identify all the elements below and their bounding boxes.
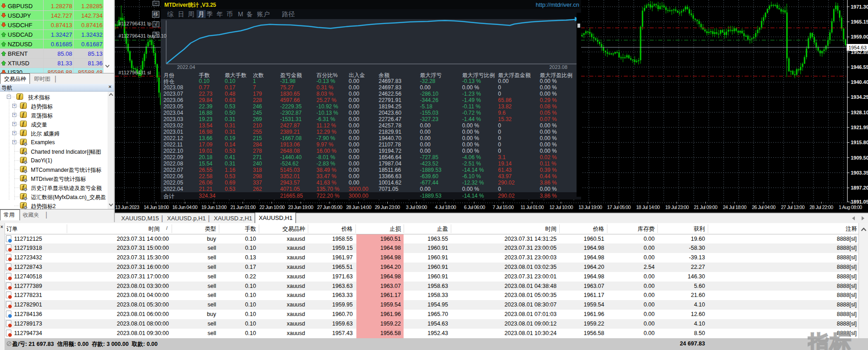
svg-text:21 Jun 01:00: 21 Jun 01:00 [230,204,256,210]
svg-text:1959.00: 1959.00 [851,34,868,39]
svg-text:1934.25: 1934.25 [851,94,868,100]
svg-text:1891.05: 1891.05 [851,199,868,204]
svg-text:1915.80: 1915.80 [851,140,868,145]
svg-text:12 Jul 10:00: 12 Jul 10:00 [549,204,573,210]
svg-text:24 Jul 18:00: 24 Jul 18:00 [723,204,746,210]
svg-text:19 Jul 23:00: 19 Jul 23:00 [665,204,689,210]
svg-text:3 Jul 09:00: 3 Jul 09:00 [406,204,427,210]
svg-text:17 Jul 05:00: 17 Jul 05:00 [607,204,631,210]
svg-text:26 Jul 04:00: 26 Jul 04:00 [752,204,775,210]
svg-text:6 Jul 06:00: 6 Jul 06:00 [464,204,485,210]
svg-text:1909.50: 1909.50 [851,155,868,160]
svg-text:16 Jun 04:00: 16 Jun 04:00 [172,204,197,210]
svg-text:1928.10: 1928.10 [851,110,868,115]
svg-text:1946.55: 1946.55 [851,64,868,70]
svg-text:1971.30: 1971.30 [851,4,868,10]
svg-text:14 Jun 18:00: 14 Jun 18:00 [143,204,169,210]
svg-text:13 Jul 19:00: 13 Jul 19:00 [578,204,602,210]
svg-text:2023.08: 2023.08 [549,64,567,70]
svg-text:13 Jun 2023: 13 Jun 2023 [115,204,139,210]
svg-text:1 Aug 08:00: 1 Aug 08:00 [838,204,862,210]
svg-text:1897.20: 1897.20 [851,185,868,190]
svg-text:23 Jun 19:00: 23 Jun 19:00 [288,204,313,210]
svg-text:28 Jun 14:00: 28 Jun 14:00 [346,204,371,210]
svg-text:19 Jun 13:00: 19 Jun 13:00 [201,204,227,210]
svg-text:29 Jun 23:00: 29 Jun 23:00 [375,204,400,210]
svg-text:18 Jul 14:00: 18 Jul 14:00 [636,204,660,210]
svg-text:11 Jul 01:00: 11 Jul 01:00 [521,204,544,210]
svg-text:28 Jul 22:00: 28 Jul 22:00 [809,204,833,210]
svg-text:27 Jul 13:00: 27 Jul 13:00 [781,204,804,210]
svg-text:22 Jun 10:00: 22 Jun 10:00 [259,204,285,210]
svg-text:2022.04: 2022.04 [177,64,195,70]
svg-text:1940.40: 1940.40 [851,79,868,85]
svg-text:27 Jun 05:00: 27 Jun 05:00 [317,204,342,210]
svg-text:1954.63: 1954.63 [848,45,867,50]
svg-text:1965.15: 1965.15 [851,19,868,24]
svg-text:7 Jul 15:00: 7 Jul 15:00 [493,204,514,210]
svg-text:1903.35: 1903.35 [851,170,868,175]
svg-text:1921.95: 1921.95 [851,125,868,130]
svg-text:4 Jul 18:00: 4 Jul 18:00 [435,204,456,210]
svg-text:21 Jul 09:00: 21 Jul 09:00 [694,204,717,210]
